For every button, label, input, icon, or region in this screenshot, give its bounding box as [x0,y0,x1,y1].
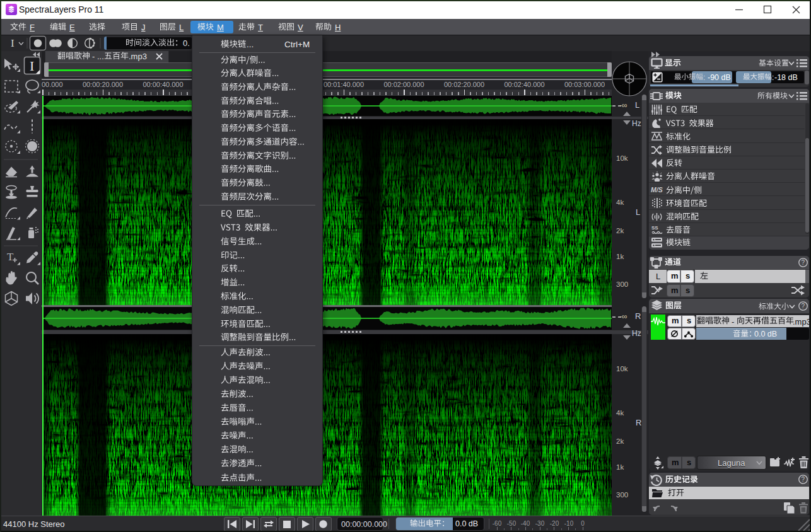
svg-text:I: I [11,37,15,49]
svg-text:SS: SS [651,225,658,231]
svg-text:T: T [7,251,14,263]
svg-text:?: ? [802,476,805,483]
svg-text:I: I [30,58,34,74]
svg-text:?: ? [802,259,805,266]
svg-text:?: ? [802,303,805,309]
